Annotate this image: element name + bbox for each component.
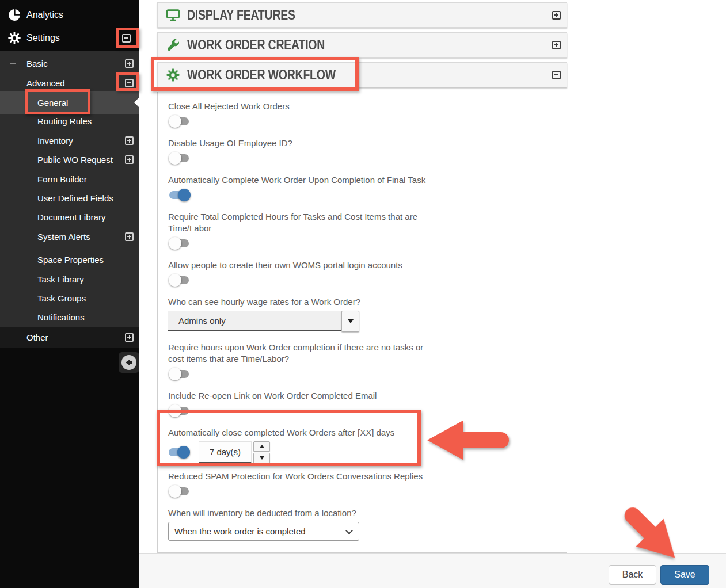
toggle-woms-portal-accounts[interactable] [169,274,191,287]
increment-days-button[interactable] [253,441,270,452]
back-button[interactable]: Back [609,565,656,585]
caret-down-icon [260,456,264,460]
sidebar-item-label: Space Properties [37,255,104,265]
toggle-auto-complete-work-order[interactable] [169,189,191,201]
section-title: DISPLAY FEATURES [187,7,295,23]
toggle-knob [178,189,191,201]
setting-label: When will inventory be deducted from a l… [168,507,430,519]
sidebar-item-other[interactable]: Other [0,327,139,348]
toggle-close-all-rejected[interactable] [169,115,191,128]
caret-up-icon [260,445,264,448]
sidebar-item-general[interactable]: General [0,91,139,114]
caret-down-icon [348,319,354,323]
sidebar-item-analytics[interactable]: Analytics [0,5,139,25]
sidebar-item-inventory[interactable]: Inventory [0,132,139,148]
toggle-require-total-hours[interactable] [169,237,191,250]
sidebar: Analytics Settings Basic Advanced Gen [0,0,139,588]
pie-chart-icon [7,8,21,22]
sidebar-item-label: Task Groups [37,293,86,303]
work-order-workflow-content: Close All Rejected Work Orders Disable U… [157,92,567,553]
setting-label: Allow people to create their own WOMS po… [168,259,430,271]
wrench-icon [166,38,180,52]
dropdown-arrow-button[interactable] [341,311,359,332]
sidebar-item-settings[interactable]: Settings [0,28,139,48]
sidebar-item-label: Inventory [37,136,73,146]
sidebar-item-notifications[interactable]: Notifications [0,309,139,325]
setting-label: Require Total Completed Hours for Tasks … [168,211,430,234]
section-work-order-workflow[interactable]: WORK ORDER WORKFLOW [157,62,567,87]
sidebar-item-label: Routing Rules [37,116,92,126]
days-number-input-group: 7 day(s) [199,441,270,463]
sidebar-item-space-properties[interactable]: Space Properties [0,251,139,268]
select-value: When the work order is completed [174,526,306,536]
save-button[interactable]: Save [660,565,709,585]
inventory-deduction-select[interactable]: When the work order is completed [168,522,359,541]
setting-label: Include Re-open Link on Work Order Compl… [168,390,430,402]
sidebar-item-label: Analytics [26,10,63,20]
setting-label: Disable Usage Of Employee ID? [168,138,430,149]
toggle-knob [169,404,181,417]
toggle-reopen-link-email[interactable] [169,404,191,417]
toggle-knob [169,237,181,250]
days-value-input[interactable]: 7 day(s) [199,441,252,463]
sidebar-item-label: Advanced [26,78,65,88]
setting-disable-employee-id: Disable Usage Of Employee ID? [168,138,556,165]
collapse-sidebar-button[interactable] [119,352,139,373]
sidebar-item-system-alerts[interactable]: System Alerts [0,228,139,245]
sidebar-item-label: Notifications [37,312,85,322]
setting-label: Reduced SPAM Protection for Work Orders … [168,471,430,482]
toggle-disable-employee-id[interactable] [169,152,191,165]
toggle-require-hours-on-completion[interactable] [169,368,191,380]
expand-section-icon[interactable] [552,11,561,20]
setting-auto-complete-work-order: Automatically Complete Work Order Upon C… [168,174,556,201]
sidebar-item-advanced[interactable]: Advanced [0,75,139,91]
selected-item-pointer [134,97,139,108]
expand-section-icon[interactable] [552,41,561,49]
collapse-section-icon[interactable] [552,71,561,79]
setting-label: Automatically close completed Work Order… [168,427,430,438]
dropdown-selected-value: Admins only [168,311,341,331]
gear-icon [166,68,180,82]
setting-woms-portal-accounts: Allow people to create their own WOMS po… [168,259,556,287]
setting-auto-close-work-orders: Automatically close completed Work Order… [168,427,556,463]
monitor-icon [166,8,180,22]
sidebar-item-task-groups[interactable]: Task Groups [0,290,139,306]
sidebar-item-label: Settings [26,33,60,43]
setting-close-all-rejected: Close All Rejected Work Orders [168,101,556,128]
footer-bar: Back Save [139,553,726,588]
toggle-knob [177,446,190,459]
wage-rates-dropdown[interactable]: Admins only [168,311,359,331]
setting-reduced-spam-protection: Reduced SPAM Protection for Work Orders … [168,471,556,498]
sidebar-item-label: Basic [26,59,48,68]
sidebar-item-basic[interactable]: Basic [0,55,139,71]
expand-system-alerts-icon[interactable] [125,232,134,241]
sidebar-item-routing-rules[interactable]: Routing Rules [0,113,139,129]
sidebar-item-label: General [37,98,68,108]
toggle-knob [169,485,181,498]
chevron-down-icon [345,527,353,534]
section-display-features[interactable]: DISPLAY FEATURES [157,2,567,28]
gear-icon [7,31,21,45]
decrement-days-button[interactable] [253,453,270,463]
expand-basic-icon[interactable] [125,59,134,68]
sidebar-item-label: Document Library [37,212,105,222]
toggle-reduced-spam-protection[interactable] [169,485,191,498]
setting-require-total-hours: Require Total Completed Hours for Tasks … [168,211,556,250]
collapse-settings-icon[interactable] [122,34,131,43]
sidebar-item-label: Form Builder [37,174,87,184]
expand-other-icon[interactable] [125,333,134,342]
sidebar-item-label: System Alerts [37,232,90,242]
expand-public-wo-request-icon[interactable] [125,155,134,164]
section-work-order-creation[interactable]: WORK ORDER CREATION [157,32,567,58]
sidebar-item-document-library[interactable]: Document Library [0,209,139,225]
sidebar-item-task-library[interactable]: Task Library [0,271,139,287]
sidebar-item-label: User Defined Fields [37,193,113,203]
toggle-auto-close-work-orders[interactable] [168,446,190,459]
sidebar-item-form-builder[interactable]: Form Builder [0,171,139,187]
toggle-knob [169,274,181,287]
collapse-advanced-icon[interactable] [125,79,134,87]
settings-panel: DISPLAY FEATURES WORK ORDER CREATION [149,0,719,553]
sidebar-item-public-wo-request[interactable]: Public WO Request [0,151,139,167]
expand-inventory-icon[interactable] [125,136,134,145]
sidebar-item-user-defined-fields[interactable]: User Defined Fields [0,190,139,206]
